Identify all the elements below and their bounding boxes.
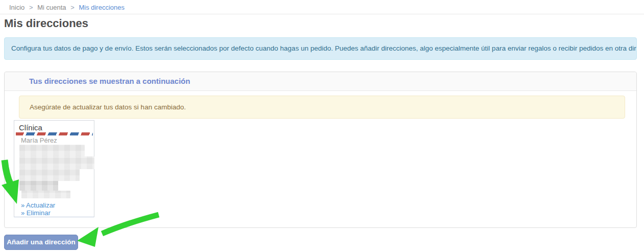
delete-address-link[interactable]: » Eliminar — [21, 209, 51, 217]
breadcrumb: Inicio > Mi cuenta > Mis direcciones — [9, 4, 125, 11]
my-addresses-page: Inicio > Mi cuenta > Mis direcciones Mis… — [0, 0, 644, 252]
breadcrumb-separator: > — [29, 4, 33, 11]
address-card-title: Clínica — [19, 123, 42, 132]
airmail-divider — [16, 132, 93, 135]
update-warning-alert: Asegúrate de actualizar tus datos si han… — [19, 96, 625, 119]
breadcrumb-account-link[interactable]: Mi cuenta — [37, 4, 66, 11]
update-address-link[interactable]: » Actualizar — [21, 201, 55, 209]
breadcrumb-addresses-link[interactable]: Mis direcciones — [79, 4, 125, 11]
add-address-button[interactable]: Añadir una dirección — [4, 235, 78, 250]
redacted-address-line — [19, 181, 58, 191]
redacted-address-line — [21, 191, 70, 198]
addresses-panel: Tus direcciones se muestran a continuaci… — [4, 72, 637, 228]
redacted-address-line — [19, 145, 85, 156]
header-divider — [0, 14, 644, 14]
redacted-address-line — [19, 156, 94, 169]
address-card-name: María Pérez — [21, 136, 57, 144]
info-alert-text: Configura tus datos de pago y de envío. … — [11, 44, 637, 52]
addresses-panel-header: Tus direcciones se muestran a continuaci… — [5, 72, 636, 91]
addresses-panel-title: Tus direcciones se muestran a continuaci… — [29, 72, 190, 90]
redacted-address-line — [19, 169, 80, 181]
update-warning-text: Asegúrate de actualizar tus datos si han… — [30, 103, 186, 111]
page-title: Mis direcciones — [4, 17, 88, 30]
breadcrumb-separator: > — [70, 4, 75, 11]
info-alert: Configura tus datos de pago y de envío. … — [4, 37, 637, 60]
breadcrumb-home-link[interactable]: Inicio — [9, 4, 24, 11]
address-card: Clínica María Pérez » Actualizar » Elimi… — [14, 120, 94, 217]
